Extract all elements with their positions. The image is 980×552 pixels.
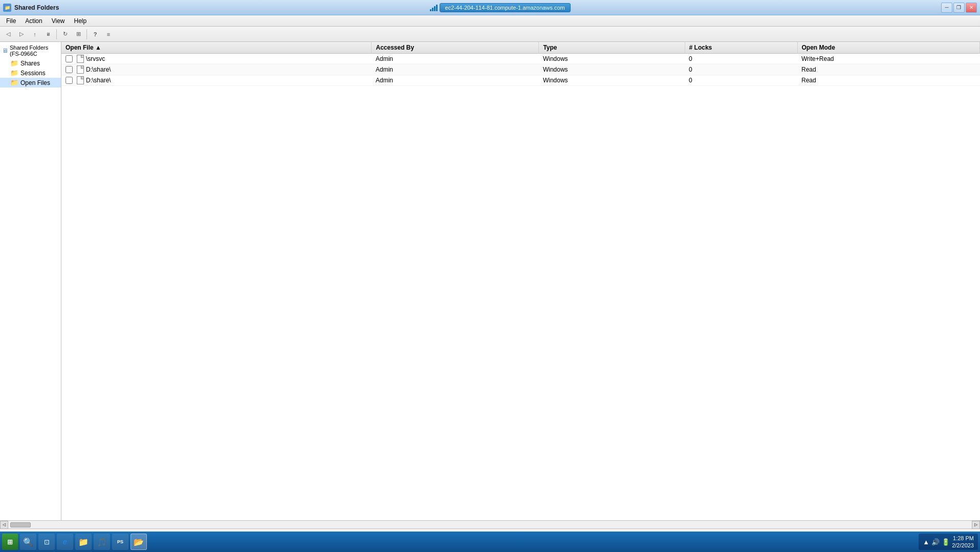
locks-2: 0	[685, 75, 797, 86]
locks-1: 0	[685, 64, 797, 75]
taskbar-powershell[interactable]: PS	[112, 534, 128, 550]
type-2: Windows	[539, 75, 685, 86]
file-path-0: \srvsvc	[86, 55, 105, 62]
toolbar-sep-1	[56, 29, 57, 39]
tray-date: 2/2/2023	[952, 542, 974, 549]
file-cell-0: \srvsvc	[61, 54, 372, 64]
toolbar-sep-2	[86, 29, 87, 39]
row-checkbox-2[interactable]	[66, 77, 73, 84]
locks-0: 0	[685, 54, 797, 64]
openfiles-label: Open Files	[20, 79, 50, 86]
col-type[interactable]: Type	[539, 42, 685, 54]
tray-volume-icon: 🔊	[931, 538, 940, 546]
back-button[interactable]: ◁	[2, 28, 14, 40]
scroll-thumb[interactable]	[10, 522, 31, 527]
file-path-1: D:\share\	[86, 66, 111, 73]
file-page-icon-1	[77, 65, 84, 74]
sidebar-item-openfiles[interactable]: 📁 Open Files	[0, 78, 61, 87]
window-title: Shared Folders	[14, 4, 59, 11]
signal-icon	[430, 4, 438, 11]
taskbar-tray: ▲ 🔊 🔋 1:28 PM 2/2/2023	[919, 534, 978, 550]
accessed-by-0: Admin	[372, 54, 539, 64]
sidebar-root: 🖥 Shared Folders (FS-0966C	[0, 43, 61, 58]
scroll-right-button[interactable]: ▷	[972, 521, 980, 529]
app-icon: 📁	[3, 4, 11, 12]
sidebar-root-label: Shared Folders (FS-0966C	[10, 45, 59, 57]
hostname-badge: ec2-44-204-114-81.compute-1.amazonaws.co…	[440, 3, 571, 12]
open-mode-0: Write+Read	[797, 54, 980, 64]
title-controls: ─ ❐ ✕	[941, 3, 977, 13]
help-button[interactable]: ?	[89, 28, 101, 40]
horizontal-scrollbar[interactable]: ◁ ▷	[0, 520, 980, 528]
menu-view[interactable]: View	[48, 16, 69, 26]
toolbar: ◁ ▷ ↑ 🖥 ↻ ⊞ ? ≡	[0, 27, 980, 42]
row-checkbox-0[interactable]	[66, 55, 73, 62]
file-page-icon-2	[77, 76, 84, 84]
taskbar-taskview[interactable]: ⊡	[38, 534, 55, 550]
shares-label: Shares	[20, 60, 40, 67]
shares-icon: 📁	[10, 59, 18, 67]
taskbar: ⊞ 🔍 ⊡ e 📁 🎵 PS 📂 ▲ 🔊 🔋 1:28 PM 2/2/2023	[0, 532, 980, 552]
close-button[interactable]: ✕	[966, 3, 977, 13]
accessed-by-1: Admin	[372, 64, 539, 75]
col-locks[interactable]: # Locks	[685, 42, 797, 54]
main-layout: 🖥 Shared Folders (FS-0966C 📁 Shares 📁 Se…	[0, 42, 980, 520]
sessions-icon: 📁	[10, 69, 18, 77]
title-bar: 📁 Shared Folders ec2-44-204-114-81.compu…	[0, 0, 980, 15]
row-checkbox-1[interactable]	[66, 66, 73, 73]
sidebar-root-icon: 🖥	[2, 47, 8, 54]
table-row[interactable]: \srvsvc Admin Windows 0 Write+Read	[61, 54, 980, 64]
tray-network-icon: ▲	[923, 538, 929, 546]
file-cell-1: D:\share\	[61, 64, 372, 75]
start-icon: ⊞	[7, 538, 13, 546]
restore-button[interactable]: ❐	[953, 3, 965, 13]
accessed-by-2: Admin	[372, 75, 539, 86]
type-1: Windows	[539, 64, 685, 75]
tray-battery-icon: 🔋	[942, 538, 950, 546]
start-button[interactable]: ⊞	[2, 534, 18, 550]
tray-clock: 1:28 PM	[952, 535, 974, 542]
show-desktop-button[interactable]: 🖥	[42, 28, 54, 40]
taskbar-search[interactable]: 🔍	[20, 534, 36, 550]
content-area: Open File ▲ Accessed By Type # Locks Ope…	[61, 42, 980, 520]
taskbar-ie[interactable]: e	[57, 534, 73, 550]
title-bar-left: 📁 Shared Folders	[3, 4, 59, 12]
title-bar-center: ec2-44-204-114-81.compute-1.amazonaws.co…	[430, 3, 571, 12]
properties-button[interactable]: ≡	[102, 28, 115, 40]
sidebar: 🖥 Shared Folders (FS-0966C 📁 Shares 📁 Se…	[0, 42, 61, 520]
type-0: Windows	[539, 54, 685, 64]
openfiles-icon: 📁	[10, 79, 18, 86]
col-open-file[interactable]: Open File ▲	[61, 42, 372, 54]
tray-time[interactable]: 1:28 PM 2/2/2023	[952, 535, 974, 549]
open-mode-1: Read	[797, 64, 980, 75]
file-path-2: D:\share\	[86, 77, 111, 84]
table-row[interactable]: D:\share\ Admin Windows 0 Read	[61, 64, 980, 75]
file-table: Open File ▲ Accessed By Type # Locks Ope…	[61, 42, 980, 86]
taskbar-media[interactable]: 🎵	[94, 534, 110, 550]
table-row[interactable]: D:\share\ Admin Windows 0 Read	[61, 75, 980, 86]
menu-help[interactable]: Help	[70, 16, 91, 26]
table-body: \srvsvc Admin Windows 0 Write+Read D:\sh…	[61, 54, 980, 86]
col-open-mode[interactable]: Open Mode	[797, 42, 980, 54]
sidebar-item-sessions[interactable]: 📁 Sessions	[0, 68, 61, 78]
scroll-track	[8, 521, 972, 528]
file-cell-2: D:\share\	[61, 75, 372, 86]
taskbar-explorer[interactable]: 📁	[75, 534, 92, 550]
sessions-label: Sessions	[20, 70, 46, 77]
col-accessed-by[interactable]: Accessed By	[372, 42, 539, 54]
menu-file[interactable]: File	[2, 16, 20, 26]
scroll-left-button[interactable]: ◁	[0, 521, 8, 529]
up-button[interactable]: ↑	[29, 28, 41, 40]
forward-button[interactable]: ▷	[15, 28, 28, 40]
menu-bar: File Action View Help	[0, 15, 980, 27]
open-mode-2: Read	[797, 75, 980, 86]
sidebar-item-shares[interactable]: 📁 Shares	[0, 58, 61, 68]
menu-action[interactable]: Action	[21, 16, 46, 26]
export-button[interactable]: ⊞	[72, 28, 84, 40]
table-header: Open File ▲ Accessed By Type # Locks Ope…	[61, 42, 980, 54]
file-page-icon-0	[77, 55, 84, 63]
minimize-button[interactable]: ─	[941, 3, 952, 13]
refresh-button[interactable]: ↻	[59, 28, 71, 40]
taskbar-shared-folders[interactable]: 📂	[130, 534, 147, 550]
